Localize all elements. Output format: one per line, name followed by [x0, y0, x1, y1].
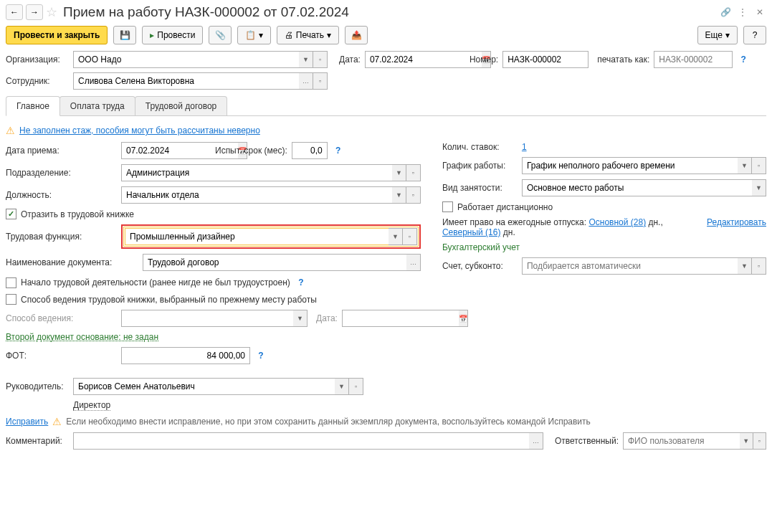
- employee-ellipsis-button[interactable]: …: [299, 72, 313, 90]
- print-as-label: печатать как:: [597, 54, 649, 65]
- employee-input[interactable]: [73, 72, 299, 90]
- responsible-label: Ответственный:: [555, 436, 619, 446]
- schedule-open-button[interactable]: ▫: [752, 157, 766, 174]
- dept-dropdown-button[interactable]: ▼: [392, 164, 406, 181]
- number-label: Номер:: [470, 54, 498, 65]
- print-button[interactable]: 🖨 Печать ▾: [277, 26, 339, 44]
- forward-button[interactable]: →: [26, 4, 43, 20]
- schedule-dropdown-button[interactable]: ▼: [738, 157, 752, 174]
- comment-label: Комментарий:: [6, 436, 69, 446]
- account-label: Счет, субконто:: [442, 261, 518, 271]
- print-as-help-icon[interactable]: ?: [737, 53, 750, 66]
- hire-date-label: Дата приема:: [6, 146, 117, 156]
- vacation-days: дн.,: [648, 217, 662, 227]
- account-input[interactable]: [522, 257, 738, 275]
- method-dropdown-button: ▼: [293, 310, 308, 327]
- doc-name-input[interactable]: [143, 254, 406, 271]
- date-label: Дата:: [339, 54, 361, 65]
- manager-dropdown-button[interactable]: ▼: [335, 378, 349, 395]
- rates-link[interactable]: 1: [522, 142, 527, 152]
- trial-label: Испыт. срок (мес):: [215, 146, 287, 156]
- edit-link[interactable]: Редактировать: [707, 217, 766, 227]
- org-dropdown-button[interactable]: ▼: [299, 51, 313, 68]
- account-dropdown-button[interactable]: ▼: [738, 257, 752, 275]
- function-dropdown-button[interactable]: ▼: [389, 228, 403, 245]
- org-open-button[interactable]: ▫: [313, 51, 328, 68]
- first-job-help-icon[interactable]: ?: [295, 276, 308, 289]
- kebab-menu-icon[interactable]: ⋮: [736, 6, 749, 19]
- employee-open-button[interactable]: ▫: [313, 72, 328, 90]
- manager-input[interactable]: [73, 378, 335, 395]
- date-input[interactable]: [365, 51, 482, 68]
- back-button[interactable]: ←: [6, 4, 23, 20]
- responsible-input[interactable]: [623, 432, 740, 450]
- date2-label: Дата:: [316, 313, 338, 323]
- number-input[interactable]: [502, 51, 588, 68]
- attach-button[interactable]: 📎: [209, 26, 232, 44]
- comment-ellipsis-button[interactable]: …: [529, 432, 543, 450]
- fot-help-icon[interactable]: ?: [254, 349, 267, 362]
- account-open-button[interactable]: ▫: [752, 257, 766, 275]
- method-input: [121, 310, 293, 327]
- trial-input[interactable]: [292, 142, 328, 159]
- schedule-label: График работы:: [442, 161, 518, 171]
- tab-pay[interactable]: Оплата труда: [59, 96, 135, 115]
- reflect-checkbox[interactable]: ✓: [6, 209, 16, 219]
- save-button[interactable]: 💾: [113, 26, 136, 44]
- comment-input[interactable]: [73, 432, 529, 450]
- post-button[interactable]: ▸Провести: [142, 26, 203, 44]
- tab-main[interactable]: Главное: [6, 96, 60, 116]
- print-as-input[interactable]: [654, 51, 733, 68]
- method-prev-checkbox[interactable]: [6, 294, 16, 305]
- warning-icon: ⚠: [6, 125, 15, 136]
- fix-link[interactable]: Исправить: [6, 417, 48, 427]
- org-input[interactable]: [73, 51, 299, 68]
- warning-link[interactable]: Не заполнен стаж, пособия могут быть рас…: [19, 125, 260, 136]
- second-doc-link[interactable]: Второй документ основание: не задан: [6, 332, 158, 342]
- first-job-checkbox[interactable]: [6, 277, 16, 288]
- page-title: Прием на работу НАЗК-000002 от 07.02.202…: [63, 4, 349, 20]
- responsible-open-button[interactable]: ▫: [753, 432, 767, 450]
- manager-open-button[interactable]: ▫: [349, 378, 363, 395]
- first-job-label: Начало трудовой деятельности (ранее нигд…: [21, 277, 290, 288]
- dept-label: Подразделение:: [6, 168, 117, 178]
- function-open-button[interactable]: ▫: [403, 228, 417, 245]
- export-button[interactable]: 📤: [345, 26, 368, 44]
- employee-label: Сотрудник:: [6, 76, 69, 86]
- position-open-button[interactable]: ▫: [406, 186, 421, 204]
- function-input[interactable]: [125, 228, 389, 245]
- emp-type-dropdown-button[interactable]: ▼: [752, 179, 766, 196]
- position-input[interactable]: [121, 186, 392, 204]
- close-icon[interactable]: ✕: [753, 6, 766, 19]
- rates-label: Колич. ставок:: [442, 142, 518, 152]
- tab-contract[interactable]: Трудовой договор: [135, 96, 227, 115]
- paste-button[interactable]: 📋 ▾: [237, 26, 270, 44]
- doc-name-ellipsis-button[interactable]: …: [406, 254, 421, 271]
- vacation-days2: дн.: [503, 227, 515, 237]
- responsible-dropdown-button[interactable]: ▼: [740, 432, 753, 450]
- date2-input: [342, 310, 459, 327]
- position-label: Должность:: [6, 190, 117, 200]
- dept-input[interactable]: [121, 164, 392, 181]
- post-and-close-button[interactable]: Провести и закрыть: [6, 26, 108, 44]
- method-prev-label: Способ ведения трудовой книжки, выбранны…: [21, 295, 317, 305]
- manager-label: Руководитель:: [6, 381, 69, 391]
- reflect-label: Отразить в трудовой книжке: [21, 209, 134, 219]
- trial-help-icon[interactable]: ?: [332, 144, 345, 157]
- doc-name-label: Наименование документа:: [6, 257, 138, 267]
- vacation-north-link[interactable]: Северный (16): [442, 227, 501, 237]
- remote-checkbox[interactable]: [442, 201, 453, 212]
- link-icon[interactable]: 🔗: [719, 6, 732, 19]
- favorite-star-icon[interactable]: ☆: [46, 4, 57, 20]
- director-link[interactable]: Директор: [73, 400, 110, 411]
- fot-input[interactable]: [121, 347, 250, 364]
- more-button[interactable]: Еще ▾: [697, 26, 738, 44]
- fot-label: ФОТ:: [6, 351, 117, 361]
- help-button[interactable]: ?: [743, 26, 766, 44]
- vacation-main-link[interactable]: Основной (28): [588, 217, 646, 227]
- dept-open-button[interactable]: ▫: [406, 164, 421, 181]
- emp-type-input[interactable]: [522, 179, 752, 196]
- position-dropdown-button[interactable]: ▼: [392, 186, 406, 204]
- accounting-label: Бухгалтерский учет: [442, 242, 520, 252]
- schedule-input[interactable]: [522, 157, 738, 174]
